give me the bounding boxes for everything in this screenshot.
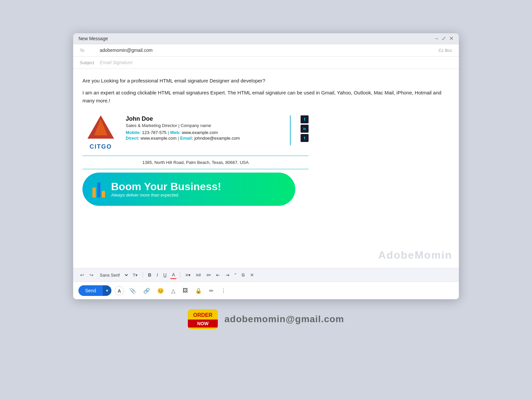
subject-row: Subject Email Signature [73,57,459,69]
clear-format-button[interactable]: ✕ [248,271,256,279]
web-value: www.example.com [182,130,218,135]
outdent-button[interactable]: ⇤ [214,271,222,279]
subject-value[interactable]: Email Signature [100,60,133,65]
email-toolbar: ↩ ↪ Sans Serif Serif Monospace T▾ B I U … [73,268,459,282]
sig-title: Sales & Marketing Director | Company nam… [126,123,280,128]
undo-button[interactable]: ↩ [78,271,86,279]
banner-bar-chart [92,181,105,198]
minimize-icon[interactable]: – [435,36,438,41]
font-size-button[interactable]: T▾ [131,272,139,279]
font-selector[interactable]: Sans Serif Serif Monospace [97,272,129,279]
lock-icon[interactable]: 🔒 [193,286,204,295]
to-value[interactable]: adobemomin@gmail.com [100,48,439,53]
bar-2 [97,183,100,198]
title-bar: New Message – ⤢ ✕ [73,33,459,44]
text-color-button[interactable]: A [170,271,177,279]
cc-bcc-label[interactable]: Cc Bcc [439,48,452,53]
underline-button[interactable]: U [162,271,168,279]
bottom-email: adobemomin@gmail.com [224,314,344,325]
email-body[interactable]: Are you Looking for a professional HTML … [73,69,459,268]
send-dropdown-arrow[interactable]: ▾ [103,286,111,296]
sig-horizontal-divider-bottom [82,169,309,169]
banner-sub-text: Always deliver more than expected. [111,193,221,198]
sig-social-icons: f in t [301,115,309,142]
citgo-label: CITGO [90,143,112,150]
mobile-label: Mobile: [126,130,141,135]
sig-horizontal-divider-top [82,156,309,156]
bold-button[interactable]: B [146,271,153,279]
action-bar: Send ▾ A 📎 🔗 😊 △ 🖼 🔒 ✏ ⋮ [73,282,459,299]
citgo-logo-graphic [86,115,116,142]
linkedin-icon[interactable]: in [301,125,309,133]
signature-info: John Doe Sales & Marketing Director | Co… [126,115,280,141]
email-label: Email: [180,136,193,141]
toolbar-separator-1 [143,272,143,278]
body-paragraph-2: I am an expert at coding clickable HTML … [82,89,450,105]
strikethrough-button[interactable]: S [240,271,246,279]
image-icon[interactable]: 🖼 [181,286,190,295]
expand-icon[interactable]: ⤢ [442,36,446,41]
sig-direct: Direct: www.example.com | Email: johndoe… [126,136,280,141]
send-button-group: Send ▾ [78,285,111,296]
sig-banner[interactable]: Boom Your Business! Always deliver more … [82,173,295,206]
order-top-text: ORDER [188,311,218,320]
sig-mobile: Mobile: 123-787-575 | Web: www.example.c… [126,130,280,135]
emoji-icon[interactable]: 😊 [155,286,166,295]
email-value: johndoe@example.com [194,136,240,141]
facebook-icon[interactable]: f [301,115,309,123]
web-label: Web: [170,130,181,135]
indent-button[interactable]: ⇥ [224,271,231,279]
bottom-bar: ORDER NOW adobemomin@gmail.com [188,309,344,329]
direct-label: Direct: [126,136,139,141]
redo-button[interactable]: ↪ [88,271,95,279]
bar-3 [102,191,105,198]
order-now-button[interactable]: ORDER NOW [188,309,218,329]
toolbar-separator-2 [180,272,180,278]
drive-icon[interactable]: △ [169,286,177,295]
ordered-list-button[interactable]: ≡# [194,271,203,279]
close-icon[interactable]: ✕ [449,36,454,41]
order-bottom-text: NOW [188,320,218,328]
sig-vertical-divider [290,115,291,145]
to-label: To [80,48,100,53]
window-title: New Message [78,36,108,41]
mobile-value: 123-787-575 [142,130,167,135]
bar-1 [92,188,96,198]
window-controls: – ⤢ ✕ [435,36,454,41]
more-options-icon[interactable]: ⋮ [219,286,228,295]
compose-window: New Message – ⤢ ✕ To adobemomin@gmail.co… [73,33,459,299]
send-button[interactable]: Send [78,285,103,296]
align-button[interactable]: ≡▾ [184,271,192,279]
sig-name: John Doe [126,115,280,122]
banner-text: Boom Your Business! Always deliver more … [111,181,221,198]
italic-button[interactable]: I [155,271,160,279]
quote-button[interactable]: " [233,271,238,279]
attachment-icon[interactable]: 📎 [127,286,138,295]
subject-label: Subject [80,60,100,65]
signature-icon[interactable]: ✏ [207,286,215,295]
twitter-icon[interactable]: t [301,134,309,142]
sig-address: 1385, North Hill Road, Palm Beach, Texas… [82,159,309,166]
link-icon[interactable]: 🔗 [141,286,152,295]
body-paragraph-1: Are you Looking for a professional HTML … [82,77,450,85]
text-format-icon[interactable]: A [115,286,124,295]
signature-block: CITGO John Doe Sales & Marketing Directo… [82,115,309,206]
unordered-list-button[interactable]: ≡• [205,271,212,279]
signature-logo: CITGO [82,115,119,150]
watermark: AdobeMomin [378,249,452,261]
to-row: To adobemomin@gmail.com Cc Bcc [73,44,459,57]
direct-value: www.example.com [141,136,177,141]
banner-main-text: Boom Your Business! [111,181,221,193]
